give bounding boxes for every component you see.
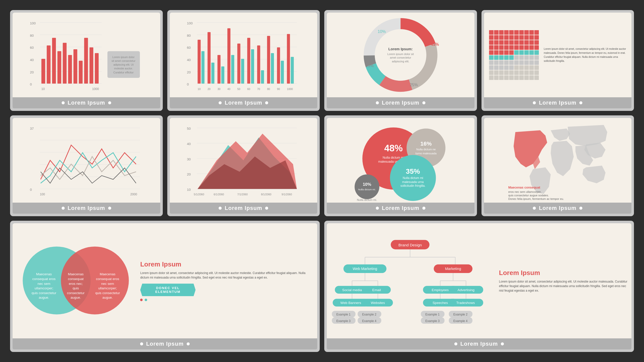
venn-content-right: Lorem Ipsum Lorem ipsum dolor sit amet, …: [135, 260, 313, 301]
svg-text:Brand Design: Brand Design: [398, 243, 422, 247]
card-inner-donut: Lorem Ipsum: Lorem ipsum dolor sit amet …: [327, 13, 474, 97]
card-footer-8: Lorem Ipsum: [484, 203, 632, 214]
waffle-cell: [519, 45, 524, 50]
waffle-cell: [504, 50, 509, 55]
svg-text:2000: 2000: [130, 193, 137, 196]
card-inner-bar-1: 100 80 60 40 20 0: [13, 13, 160, 97]
svg-text:Lorem ipsum dolor: Lorem ipsum dolor: [112, 56, 134, 59]
svg-text:ullamcorper;: ullamcorper;: [35, 286, 53, 290]
svg-text:Nulla dictum mi.: Nulla dictum mi.: [358, 188, 376, 191]
waffle-cell: [534, 70, 539, 75]
svg-text:augue.: augue.: [102, 296, 113, 299]
card-footer-6: Lorem Ipsum: [170, 203, 317, 214]
waffle-cell: [494, 30, 499, 35]
card-bar-chart-1: 100 80 60 40 20 0: [10, 10, 163, 111]
venn-button[interactable]: DONEC VEL ELEMENTUM: [140, 284, 195, 296]
svg-text:70: 70: [257, 87, 260, 90]
waffle-cell: [504, 35, 509, 40]
org-wide-container: Brand Design Web Marketing Marketing: [327, 223, 631, 338]
grouped-bar-svg: 100 80 60 40 20 0: [173, 17, 313, 93]
svg-text:40: 40: [187, 58, 191, 62]
card-waffle: Lorem ipsum dolor sit amet, consectetur …: [481, 10, 634, 111]
card-venn-wide: Maecenas consequat eros nec sem ullamcor…: [10, 221, 320, 352]
card-inner-bubble: 48% Nulla dictum mi malesuada urna fric.…: [327, 118, 474, 203]
footer-dot-left-10: [454, 342, 457, 345]
svg-text:40: 40: [30, 58, 34, 62]
waffle-cell: [489, 65, 494, 70]
waffle-cell: [529, 35, 534, 40]
svg-rect-16: [63, 43, 66, 83]
donut-svg: Lorem Ipsum: Lorem ipsum dolor sit amet …: [327, 13, 474, 97]
svg-rect-53: [247, 38, 250, 83]
waffle-cell: [529, 55, 534, 60]
waffle-cell: [504, 60, 509, 65]
svg-text:adipiscing elit.: adipiscing elit.: [392, 60, 409, 63]
svg-text:16%: 16%: [420, 141, 432, 147]
waffle-cell: [494, 55, 499, 60]
waffle-cell: [519, 30, 524, 35]
venn-diagram-left: Maecenas consequat eros nec sem ullamcor…: [16, 238, 135, 324]
footer-dot-right-10: [501, 342, 504, 345]
svg-text:20: 20: [187, 173, 191, 176]
footer-dot-left-5: [62, 207, 65, 210]
map-svg: Maecenas consequat eros nec sem ullamcor…: [484, 118, 632, 203]
svg-rect-54: [251, 49, 254, 84]
waffle-cell: [514, 70, 519, 75]
svg-rect-59: [277, 47, 280, 83]
footer-dot-right-8: [579, 207, 582, 210]
venn-title: Lorem Ipsum: [140, 260, 313, 268]
waffle-cell: [499, 70, 504, 75]
svg-text:Lorem ipsum dolor sit: Lorem ipsum dolor sit: [387, 53, 414, 56]
svg-text:90: 90: [277, 87, 280, 90]
svg-text:Web Banners: Web Banners: [340, 301, 361, 305]
svg-text:35%: 35%: [406, 167, 420, 175]
svg-text:Donec felia ipsum, fermentum a: Donec felia ipsum, fermentum ac tempor e…: [508, 197, 564, 200]
svg-text:Example 1: Example 1: [336, 313, 351, 316]
footer-dot-right-5: [108, 207, 111, 210]
card-inner-waffle: Lorem ipsum dolor sit amet, consectetur …: [484, 13, 632, 97]
waffle-cell: [524, 40, 529, 45]
svg-text:ullamcorper;: ullamcorper;: [98, 286, 117, 290]
waffle-cell: [509, 70, 514, 75]
waffle-cell: [519, 50, 524, 55]
svg-text:quis consectetur: quis consectetur: [95, 291, 120, 295]
area-chart-svg: 50 40 30 20 10 5/1/2060 6/1/2060: [173, 122, 313, 198]
waffle-cell: [534, 75, 539, 80]
waffle-cell: [519, 55, 524, 60]
svg-rect-56: [261, 70, 264, 83]
waffle-cell: [499, 45, 504, 50]
waffle-cell: [509, 45, 514, 50]
waffle-cell: [504, 45, 509, 50]
svg-point-129: [355, 174, 379, 199]
waffle-cell: [534, 30, 539, 35]
waffle-cell: [534, 35, 539, 40]
waffle-cell: [514, 45, 519, 50]
waffle-cell: [529, 40, 534, 45]
svg-text:37: 37: [30, 127, 34, 130]
svg-rect-50: [231, 55, 234, 84]
svg-text:7/1/2060: 7/1/2060: [237, 193, 248, 196]
svg-text:amet consectetur: amet consectetur: [390, 56, 411, 59]
waffle-cell: [499, 40, 504, 45]
waffle-cell: [524, 70, 529, 75]
svg-text:10: 10: [198, 87, 201, 90]
waffle-cell: [524, 45, 529, 50]
footer-dot-right-4: [579, 101, 582, 104]
waffle-cell: [504, 55, 509, 60]
svg-text:Maecenas: Maecenas: [36, 272, 52, 276]
svg-text:60: 60: [247, 87, 250, 90]
svg-text:100: 100: [30, 21, 36, 25]
footer-dot-left-3: [376, 101, 379, 104]
waffle-cell: [519, 40, 524, 45]
svg-rect-58: [271, 53, 274, 83]
svg-text:60: 60: [30, 46, 34, 50]
svg-text:20: 20: [30, 70, 34, 74]
waffle-cell: [534, 55, 539, 60]
svg-text:quis: quis: [73, 286, 79, 290]
footer-dot-left-2: [219, 101, 222, 104]
waffle-cell: [494, 75, 499, 80]
waffle-cell: [529, 45, 534, 50]
waffle-cell: [499, 65, 504, 70]
svg-text:30: 30: [187, 157, 191, 161]
footer-dot-right: [108, 101, 111, 104]
